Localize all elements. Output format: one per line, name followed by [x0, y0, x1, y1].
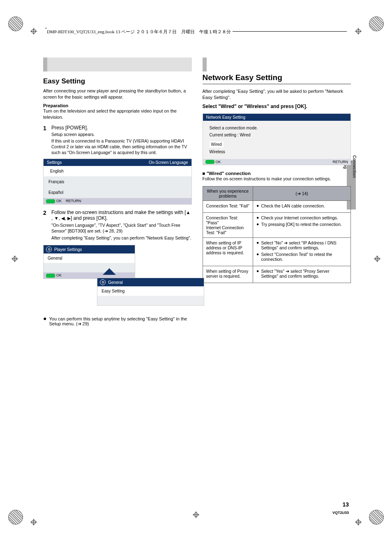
crosshair-icon: [30, 28, 37, 35]
submenu-item-blank: [44, 263, 135, 272]
step-1: 1 Press [POWER]. Setup screen appears. I…: [43, 125, 192, 156]
gear-icon: ⚙: [100, 279, 106, 285]
note-bullet: ● You can perform this setup anytime by …: [43, 316, 192, 327]
settings-box: Settings On-Screen Language English Fran…: [43, 159, 192, 205]
settings-option: Français: [44, 177, 191, 187]
document-code: VQT2U33: [332, 511, 349, 515]
box-option: Wireless: [210, 149, 344, 155]
table-row: Connection Test: "Fail" ●Check the LAN c…: [203, 201, 351, 213]
submenu-item: General: [44, 253, 135, 263]
settings-option: English: [44, 166, 191, 177]
step-1-text: Press [POWER].: [51, 125, 192, 131]
step-1-sub: Setup screen appears.: [51, 132, 192, 137]
table-cell: ●Select "Yes" ➔ select "Proxy Server Set…: [253, 266, 351, 283]
preparation-label: Preparation: [43, 103, 192, 108]
header-filename: DMP-BDT100_VQT2U33_eng.book 13 ページ ２０１０年…: [45, 29, 347, 35]
ok-lamp-icon: [46, 274, 55, 278]
table-head-left: When you experience problems: [203, 187, 253, 201]
step-2-text: Follow the on-screen instructions and ma…: [51, 210, 190, 221]
table-cell: ●Select "No" ➔ select "IP Address / DNS …: [253, 238, 351, 266]
settings-option: Español: [44, 187, 191, 198]
network-instruction: Select "Wired" or "Wireless" and press […: [203, 104, 351, 109]
settings-subtitle: On-Screen Language: [149, 160, 188, 165]
header-text: DMP-BDT100_VQT2U33_eng.book 13 ページ ２０１０年…: [47, 29, 233, 34]
box-line1: Select a connection mode.: [210, 125, 344, 131]
network-intro: After completing "Easy Setting", you wil…: [203, 88, 351, 101]
table-cell: When setting of IP address or DNS-IP add…: [203, 238, 253, 266]
network-easy-setting-title: Network Easy Setting: [203, 73, 351, 82]
table-cell: Connection Test: "Pass" Internet Connect…: [203, 213, 253, 238]
wired-sub-text: Follow the on-screen instructions to mak…: [203, 176, 351, 182]
settings-title: Settings: [47, 160, 62, 165]
right-column: Network Easy Setting After completing "E…: [203, 58, 351, 327]
table-cell: ●Check the LAN cable connection.: [253, 201, 351, 213]
table-cell: When setting of Proxy server is required…: [203, 266, 253, 283]
box-option-selected: Wired: [210, 141, 224, 147]
step-2: 2 Follow the on-screen instructions and …: [43, 210, 192, 241]
step-2-sub2: After completing "Easy Setting", you can…: [51, 235, 192, 241]
submenu-figure: ⚙ Player Settings General OK: [43, 245, 192, 279]
ok-lamp-icon: [46, 199, 55, 203]
crosshair-icon: [193, 511, 199, 518]
network-box: Network Easy Setting Select a connection…: [203, 113, 351, 166]
left-column: Easy Setting After connecting your new p…: [43, 58, 192, 327]
page-number: 13: [342, 501, 349, 508]
crosshair-icon: [12, 256, 18, 262]
troubleshooting-table: When you experience problems (➔ 14) Conn…: [203, 186, 351, 283]
preparation-text: Turn on the television and select the ap…: [43, 108, 192, 121]
ok-lamp-icon: [205, 160, 214, 164]
crosshair-icon: [355, 519, 362, 525]
arrow-icon: [103, 268, 116, 275]
submenu-option: Easy Setting: [97, 286, 203, 296]
submenu-option-blank: [97, 296, 203, 305]
note-text: You can perform this setup anytime by se…: [49, 316, 191, 327]
step-1-sub2: If this unit is connected to a Panasonic…: [51, 138, 192, 156]
crosshair-icon: [374, 256, 380, 262]
table-row: When setting of IP address or DNS-IP add…: [203, 238, 351, 266]
easy-setting-intro: After connecting your new player and pre…: [43, 88, 192, 101]
wired-sub-title: ■ "Wired" connection: [203, 171, 351, 176]
step-2-sub: "On-Screen Language", "TV Aspect", "Quic…: [51, 222, 192, 234]
box-line2: Current setting : Wired: [210, 132, 344, 138]
table-row: When setting of Proxy server is required…: [203, 266, 351, 283]
gear-icon: ⚙: [46, 246, 52, 252]
table-row: Connection Test: "Pass" Internet Connect…: [203, 213, 351, 238]
crosshair-icon: [355, 28, 362, 35]
page: DMP-BDT100_VQT2U33_eng.book 13 ページ ２０１０年…: [0, 0, 392, 555]
crosshair-icon: [30, 519, 37, 525]
table-cell: Connection Test: "Fail": [203, 201, 253, 213]
table-cell: ●Check your Internet connection settings…: [253, 213, 351, 238]
table-head-right: (➔ 14): [253, 187, 351, 201]
easy-setting-title: Easy Setting: [43, 77, 192, 85]
section-bar: [43, 58, 192, 71]
section-tab-small: [203, 58, 207, 71]
